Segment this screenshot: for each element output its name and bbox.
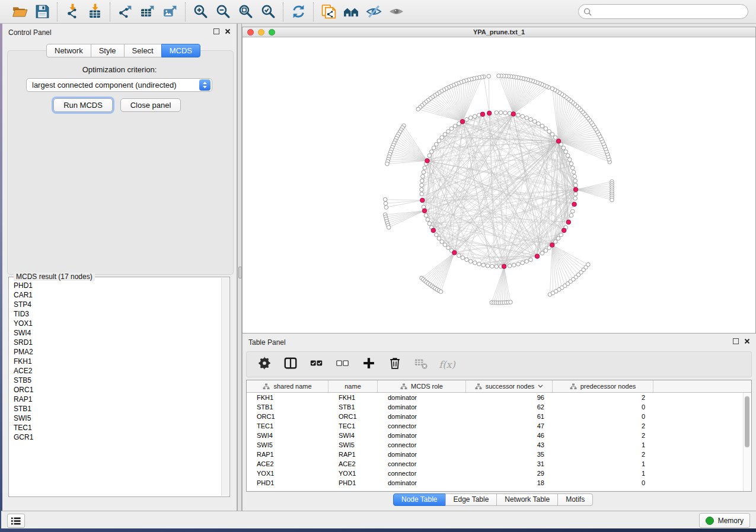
tab-node-table[interactable]: Node Table [393, 493, 446, 506]
delete-table-icon [414, 356, 428, 373]
mcds-result-item[interactable]: SRD1 [14, 338, 222, 347]
mcds-result-item[interactable]: CAR1 [14, 290, 222, 300]
save-session-button[interactable] [33, 2, 52, 21]
table-row[interactable]: YOX1YOX1connector291 [247, 469, 751, 478]
table-row[interactable]: ACE2ACE2connector311 [247, 459, 751, 469]
search-input[interactable] [594, 5, 748, 18]
cell-name: RAP1 [328, 451, 378, 458]
float-panel-icon[interactable] [213, 28, 219, 34]
export-network-icon [117, 4, 133, 20]
hide-selected-button[interactable] [364, 2, 383, 21]
network-canvas[interactable] [243, 37, 755, 333]
deselect-all-button[interactable] [334, 356, 351, 373]
delete-column-button[interactable] [387, 356, 403, 373]
criterion-dropdown[interactable]: largest connected component (undirected) [26, 78, 212, 92]
criterion-value: largest connected component (undirected) [27, 81, 199, 89]
mcds-result-item[interactable]: TEC1 [14, 423, 222, 432]
float-panel-icon[interactable] [733, 338, 739, 344]
zoom-selected-button[interactable] [259, 2, 277, 21]
refresh-layout-button[interactable] [289, 2, 308, 21]
cell-successor-nodes: 47 [466, 422, 553, 430]
show-all-button[interactable] [387, 2, 406, 21]
zoom-out-button[interactable] [213, 2, 232, 21]
column-header-MCDS-role[interactable]: MCDS role [378, 380, 466, 392]
table-row[interactable]: PHD1PHD1dominator180 [247, 478, 751, 488]
mcds-result-item[interactable]: PMA2 [14, 347, 222, 357]
zoom-fit-button[interactable] [236, 2, 255, 21]
column-header-name[interactable]: name [328, 380, 378, 392]
cell-successor-nodes: 31 [466, 460, 553, 467]
mcds-result-item[interactable]: SWI5 [14, 414, 222, 423]
cell-successor-nodes: 18 [466, 479, 553, 486]
cell-name: SWI4 [328, 432, 378, 439]
column-header-shared-name[interactable]: shared name [247, 380, 328, 392]
tab-select[interactable]: Select [124, 44, 162, 57]
close-panel-button[interactable]: Close panel [120, 98, 181, 112]
mcds-result-item[interactable]: STB1 [14, 404, 222, 414]
table-scrollbar[interactable] [743, 393, 751, 491]
add-column-button[interactable] [361, 356, 377, 373]
mcds-list-scrollbar[interactable] [221, 278, 229, 496]
import-network-button[interactable] [63, 2, 82, 21]
zoom-out-icon [215, 4, 231, 20]
first-neighbors-button[interactable] [342, 2, 361, 21]
table-row[interactable]: SWI5SWI5connector431 [247, 440, 751, 450]
mcds-result-item[interactable]: ACE2 [14, 366, 222, 376]
zoom-in-button[interactable] [191, 2, 210, 21]
mcds-result-item[interactable]: ORC1 [14, 385, 222, 395]
mcds-result-item[interactable]: TID3 [14, 309, 222, 319]
refresh-layout-icon [291, 4, 307, 20]
select-all-button[interactable] [308, 356, 325, 373]
table-row[interactable]: ORC1ORC1dominator610 [247, 412, 751, 421]
mcds-result-item[interactable]: PHD1 [14, 281, 222, 290]
table-row[interactable]: FKH1FKH1dominator962 [247, 393, 751, 402]
toolbar-group [283, 2, 313, 21]
save-session-icon [34, 4, 50, 20]
mcds-result-item[interactable]: FKH1 [14, 357, 222, 366]
mcds-result-item[interactable]: STB5 [14, 376, 222, 385]
split-panel-button[interactable] [282, 356, 299, 373]
task-history-button[interactable] [7, 514, 25, 528]
export-image-button[interactable] [161, 2, 180, 21]
vertical-splitter[interactable] [237, 24, 242, 511]
tab-motifs[interactable]: Motifs [557, 493, 593, 506]
mcds-result-item[interactable]: YOX1 [14, 319, 222, 328]
table-row[interactable]: RAP1RAP1dominator352 [247, 450, 751, 459]
table-row[interactable]: TEC1TEC1connector472 [247, 421, 751, 431]
tab-network[interactable]: Network [46, 44, 91, 57]
memory-button[interactable]: Memory [699, 513, 750, 528]
table-toolbar: f(x) [246, 351, 752, 377]
cell-shared-name: RAP1 [247, 451, 328, 458]
run-mcds-button[interactable]: Run MCDS [53, 98, 113, 112]
mcds-result-list[interactable]: PHD1CAR1STP4TID3YOX1SWI4SRD1PMA2FKH1ACE2… [9, 279, 222, 496]
export-network-button[interactable] [116, 2, 135, 21]
table-row[interactable]: STB1STB1dominator620 [247, 402, 751, 412]
mcds-result-item[interactable]: RAP1 [14, 395, 222, 404]
tab-style[interactable]: Style [91, 44, 125, 57]
cell-MCDS-role: dominator [378, 403, 466, 411]
close-panel-icon[interactable] [225, 28, 231, 34]
cell-name: SWI5 [328, 441, 378, 448]
node-table: shared namename MCDS role successor node… [246, 380, 752, 492]
close-panel-icon[interactable] [744, 338, 750, 344]
mcds-result-item[interactable]: SWI4 [14, 328, 222, 338]
function-builder-button: f(x) [439, 356, 455, 373]
clone-network-button[interactable] [319, 2, 338, 21]
export-table-button[interactable] [138, 2, 157, 21]
tab-network-table[interactable]: Network Table [496, 493, 558, 506]
column-header-successor-nodes[interactable]: successor nodes [466, 380, 553, 392]
tab-mcds[interactable]: MCDS [161, 44, 200, 57]
open-session-button[interactable] [10, 2, 29, 21]
cell-shared-name: ORC1 [247, 413, 328, 420]
mcds-result-item[interactable]: STP4 [14, 300, 222, 309]
table-settings-button[interactable] [256, 356, 273, 373]
import-table-button[interactable] [85, 2, 104, 21]
table-row[interactable]: SWI4SWI4dominator462 [247, 431, 751, 440]
scrollbar-thumb[interactable] [745, 396, 749, 447]
mcds-result-item[interactable]: GCR1 [14, 432, 222, 442]
column-header-predecessor-nodes[interactable]: predecessor nodes [553, 380, 653, 392]
toolbar-group [313, 2, 411, 21]
tab-edge-table[interactable]: Edge Table [445, 493, 497, 506]
cell-successor-nodes: 29 [466, 470, 553, 477]
network-window-titlebar[interactable]: YPA_prune.txt_1 [243, 27, 755, 37]
